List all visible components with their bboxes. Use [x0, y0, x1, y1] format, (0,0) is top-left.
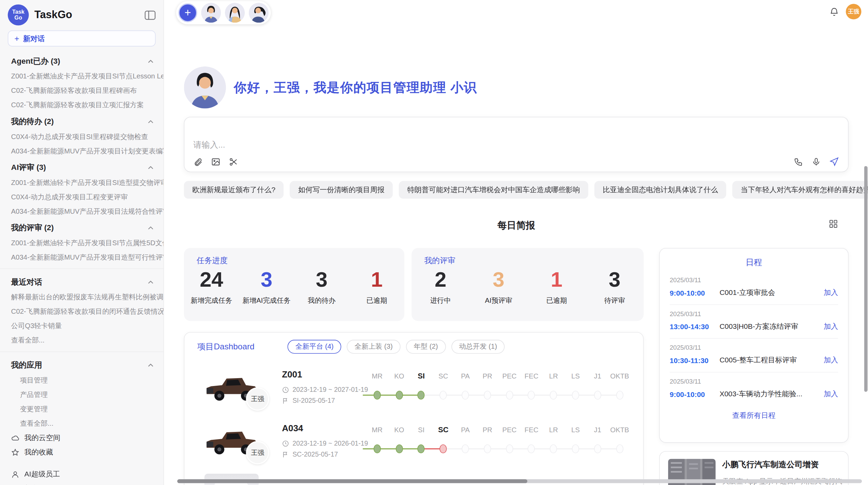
list-item[interactable]: A034-全新新能源MUV产品开发项目计划变更表编写	[0, 144, 164, 158]
schedule-entry: 2025/03/11 9:00-10:00 C001-立项审批会 加入	[670, 271, 838, 304]
divider	[0, 351, 164, 352]
join-link[interactable]: 加入	[824, 389, 838, 399]
stat-value: 3	[470, 267, 528, 291]
filter-all-platform[interactable]: 全新平台 (4)	[288, 340, 341, 353]
sidebar-item-write-helper[interactable]: 帮我写作	[0, 482, 164, 485]
suggestion-chip[interactable]: 欧洲新规最近颁布了什么?	[184, 181, 284, 199]
join-link[interactable]: 加入	[824, 355, 838, 365]
list-item[interactable]: C02-飞腾新能源轻客改款项目立项汇报方案	[0, 98, 164, 112]
milestone-label: OKTB	[608, 424, 630, 435]
vertical-scrollbar-thumb[interactable]	[864, 166, 868, 392]
chevron-up-icon[interactable]	[148, 364, 153, 367]
sidebar-item-change-mgmt[interactable]: 变更管理	[0, 402, 164, 416]
suggestion-chip[interactable]: 如何写一份清晰的项目周报	[290, 181, 393, 199]
milestone-dot	[396, 391, 403, 400]
phone-icon[interactable]	[794, 157, 803, 166]
list-item[interactable]: Z001-全新燃油皮卡产品开发项目SI节点Lesson Learn报告	[0, 69, 164, 84]
milestone-label: SC	[432, 371, 454, 382]
section-my-apps[interactable]: 我的应用	[0, 356, 164, 373]
filter-year-model[interactable]: 年型 (2)	[406, 340, 446, 353]
list-item[interactable]: C02-飞腾新能源轻客改款项目的闭环通告反馈情况	[0, 304, 164, 319]
new-chat-button[interactable]: + 新对话	[8, 30, 156, 47]
milestone-dot	[440, 444, 447, 453]
filter-new-body[interactable]: 全新上装 (3)	[347, 340, 400, 353]
chevron-up-icon[interactable]	[148, 166, 153, 170]
layout-grid-icon[interactable]	[829, 219, 838, 228]
view-all-apps[interactable]: 查看全部...	[0, 416, 164, 431]
chevron-up-icon[interactable]	[148, 120, 153, 124]
chevron-up-icon[interactable]	[148, 226, 153, 230]
stat-overdue: 1 已逾期	[349, 267, 405, 305]
list-item[interactable]: 公司Q3轻卡销量	[0, 319, 164, 333]
section-ai-review[interactable]: AI评审 (3)	[0, 158, 164, 175]
milestone-dot	[506, 444, 513, 453]
project-row[interactable]: 王强 Z001 2023-12-19 ~ 2027-01-19 SI-2025-…	[184, 363, 643, 417]
section-my-todo[interactable]: 我的待办 (2)	[0, 112, 164, 129]
stat-value: 3	[239, 267, 294, 291]
section-label: 最近对话	[11, 277, 42, 287]
section-recent-chats[interactable]: 最近对话	[0, 273, 164, 290]
milestone-label: PR	[477, 424, 498, 435]
sidebar-item-ai-employee[interactable]: AI超级员工	[0, 467, 164, 482]
stat-pending-review: 3 待评审	[586, 267, 643, 305]
list-item[interactable]: C0X4-动力总成开发项目工程变更评审	[0, 190, 164, 204]
suggestion-chip[interactable]: 特朗普可能对进口汽车增税会对中国车企造成哪些影响	[399, 181, 589, 199]
suggestion-chip[interactable]: 比亚迪全固态电池计划具体说了什么	[594, 181, 726, 199]
chat-input-card[interactable]: 请输入...	[184, 117, 848, 172]
schedule-entry: 2025/03/11 10:30-11:30 C005-整车工程目标评审 加入	[670, 339, 838, 372]
sidebar-collapse-icon[interactable]	[145, 10, 156, 20]
filter-powertrain[interactable]: 动总开发 (1)	[451, 340, 505, 353]
agent-avatar-1[interactable]	[201, 3, 221, 23]
chevron-up-icon[interactable]	[148, 281, 153, 284]
milestone-dot	[550, 444, 557, 453]
send-icon[interactable]	[829, 157, 839, 166]
flag-icon	[282, 397, 289, 404]
sidebar-item-label: AI超级员工	[24, 469, 60, 479]
add-agent-button[interactable]: +	[178, 3, 197, 22]
stat-label: AI预评审	[470, 296, 528, 305]
notification-bell-icon[interactable]	[829, 7, 839, 16]
image-icon[interactable]	[211, 157, 220, 166]
chevron-up-icon[interactable]	[148, 60, 153, 63]
join-link[interactable]: 加入	[824, 322, 838, 332]
stat-label: 我的待办	[294, 296, 349, 305]
sidebar-item-product-mgmt[interactable]: 产品管理	[0, 387, 164, 402]
milestone-dot	[572, 444, 579, 453]
milestone-label: KO	[388, 424, 410, 435]
list-item[interactable]: A034-全新新能源MUV产品开发项目造型可行性评审	[0, 250, 164, 264]
agent-avatar-3[interactable]	[249, 3, 268, 23]
list-item[interactable]: C0X4-动力总成开发项目SI里程碑提交物检查	[0, 129, 164, 144]
list-item[interactable]: Z001-全新燃油轻卡产品开发项目SI造型提交物评审	[0, 175, 164, 190]
list-item[interactable]: Z001-全新燃油轻卡产品开发项目SI节点属性5D文件评审	[0, 236, 164, 250]
project-row[interactable]: 王强 A034 2023-12-19 ~ 2026-01-19 SC-2025-…	[184, 417, 643, 471]
section-label: 我的评审 (2)	[11, 223, 53, 233]
list-item[interactable]: 解释最新出台的欧盟报废车法规再生塑料比例被调至15%...	[0, 290, 164, 304]
stat-value: 1	[349, 267, 405, 291]
suggestion-chip[interactable]: 当下年轻人对汽车外观有怎样的喜好趋势	[732, 181, 868, 199]
project-dashboard-card: 项目Dashboard 全新平台 (4) 全新上装 (3) 年型 (2) 动总开…	[184, 332, 643, 485]
milestone-dot	[594, 391, 601, 400]
mic-icon[interactable]	[811, 157, 821, 166]
list-item[interactable]: A034-全新新能源MUV产品开发项目法规符合性评审	[0, 204, 164, 219]
list-item[interactable]: C02-飞腾新能源轻客改款项目里程碑画布	[0, 84, 164, 98]
card-title: 任务进度	[184, 248, 404, 266]
milestone-label: FEC	[520, 424, 542, 435]
entry-time: 9:00-10:00	[670, 390, 720, 398]
scissors-icon[interactable]	[229, 157, 238, 166]
chat-input-placeholder[interactable]: 请输入...	[193, 140, 225, 151]
sidebar-item-favorites[interactable]: 我的收藏	[0, 445, 164, 459]
stat-ai-done: 3 新增AI完成任务	[239, 267, 294, 305]
user-avatar[interactable]: 王强	[846, 4, 861, 19]
stat-label: 新增AI完成任务	[239, 296, 294, 305]
sidebar-item-cloud-space[interactable]: 我的云空间	[0, 431, 164, 445]
agent-avatar-2[interactable]	[225, 3, 245, 23]
view-all-chats[interactable]: 查看全部...	[0, 333, 164, 348]
view-all-schedule-link[interactable]: 查看所有日程	[660, 411, 848, 421]
horizontal-scrollbar-thumb[interactable]	[177, 479, 527, 483]
attach-icon[interactable]	[193, 157, 203, 166]
section-agent-done[interactable]: Agent已办 (3)	[0, 52, 164, 69]
sidebar-item-project-mgmt[interactable]: 项目管理	[0, 373, 164, 387]
section-my-review[interactable]: 我的评审 (2)	[0, 219, 164, 236]
join-link[interactable]: 加入	[824, 288, 838, 298]
stat-my-todo: 3 我的待办	[294, 267, 349, 305]
